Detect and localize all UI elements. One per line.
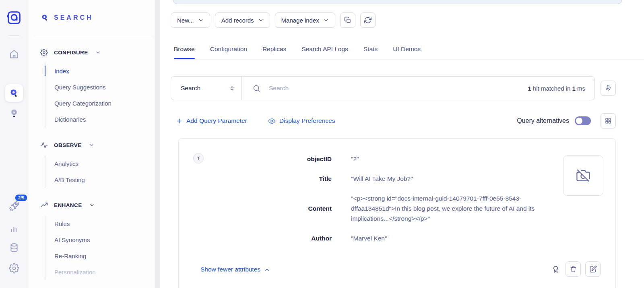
sidebar-item-label: Query Categorization	[54, 100, 111, 107]
sidebar-item-ai-synonyms[interactable]: AI Synonyms	[45, 232, 151, 248]
index-selector-partial[interactable]	[173, 0, 622, 4]
attribute-row: Title "Will AI Take My Job?"	[179, 174, 559, 184]
main-content: New... Add records Manage index Browse C…	[160, 0, 644, 288]
search-bar: Search 1 hit matched in 1 ms	[171, 76, 595, 100]
sidebar-item-label: Rules	[54, 220, 70, 227]
section-enhance[interactable]: ENHANCE	[40, 201, 95, 209]
attribute-value: "<p><strong id="docs-internal-guid-14079…	[351, 193, 559, 224]
copy-button[interactable]	[340, 12, 355, 28]
trending-up-icon	[40, 201, 48, 209]
chevron-down-icon	[89, 202, 95, 208]
home-icon	[8, 49, 19, 60]
add-query-parameter-label: Add Query Parameter	[186, 117, 247, 124]
section-enhance-label: ENHANCE	[54, 202, 82, 208]
rail-item-recommend[interactable]	[8, 108, 20, 119]
show-fewer-attributes-link[interactable]: Show fewer attributes	[200, 266, 270, 273]
sidebar-item-label: Dictionaries	[54, 116, 86, 123]
sidebar-gutter	[155, 0, 160, 288]
sidebar-item-personalization[interactable]: Personalization	[45, 264, 151, 280]
manage-index-button[interactable]: Manage index	[275, 12, 335, 28]
hits-status: 1 hit matched in 1 ms	[528, 85, 585, 92]
sidebar-item-index[interactable]: Index	[45, 63, 151, 79]
trash-icon	[570, 265, 577, 273]
chevron-up-icon	[264, 267, 270, 273]
add-records-button[interactable]: Add records	[215, 12, 270, 28]
section-configure[interactable]: CONFIGURE	[40, 49, 101, 56]
sidebar-item-label: Index	[54, 68, 69, 75]
edit-record-button[interactable]	[585, 261, 601, 277]
sidebar: SEARCH CONFIGURE Index Query Suggestions…	[28, 0, 154, 288]
delete-record-button[interactable]	[566, 261, 581, 277]
grid-view-button[interactable]	[601, 113, 616, 128]
attribute-name: Author	[179, 234, 332, 242]
rail-item-settings[interactable]	[9, 263, 19, 273]
rail-item-analytics[interactable]	[8, 223, 19, 234]
image-placeholder	[563, 155, 603, 196]
hits-time: 1	[572, 85, 575, 92]
index-tabs: Browse Configuration Replicas Search API…	[174, 39, 644, 60]
rail-item-data[interactable]	[9, 242, 19, 253]
sidebar-item-query-suggestions[interactable]: Query Suggestions	[45, 79, 151, 95]
tab-label: Stats	[363, 46, 378, 53]
new-button[interactable]: New...	[171, 12, 210, 28]
hits-text: hit matched in	[531, 85, 572, 92]
sidebar-item-re-ranking[interactable]: Re-Ranking	[45, 248, 151, 264]
index-toolbar: New... Add records Manage index	[171, 12, 376, 28]
tab-label: Replicas	[262, 46, 286, 53]
add-query-parameter-link[interactable]: Add Query Parameter	[176, 117, 247, 124]
configure-items: Index Query Suggestions Query Categoriza…	[45, 63, 151, 127]
rail-item-search-active[interactable]	[5, 84, 23, 102]
algolia-logo[interactable]	[6, 10, 22, 25]
rail-item-home[interactable]	[8, 49, 19, 60]
edit-icon	[589, 265, 597, 273]
attribute-name: objectID	[179, 155, 332, 163]
attribute-name: Title	[179, 174, 332, 183]
section-observe[interactable]: OBSERVE	[40, 141, 95, 149]
search-field: 1 hit matched in 1 ms	[242, 77, 594, 100]
tab-label: Search API Logs	[301, 46, 348, 53]
tab-label: Browse	[174, 46, 195, 53]
tab-search-api-logs[interactable]: Search API Logs	[301, 39, 348, 59]
sidebar-item-rules[interactable]: Rules	[45, 215, 151, 232]
observe-items: Analytics A/B Testing	[45, 155, 151, 188]
camera-off-icon	[576, 169, 590, 182]
tab-replicas[interactable]: Replicas	[262, 39, 286, 59]
search-brand-icon	[40, 13, 49, 22]
tab-stats[interactable]: Stats	[363, 39, 378, 59]
product-brand: SEARCH	[40, 13, 93, 22]
configure-gear-icon	[40, 49, 48, 56]
sidebar-item-ab-testing[interactable]: A/B Testing	[45, 172, 151, 188]
refresh-icon	[364, 17, 372, 24]
activity-icon	[40, 141, 48, 149]
chevrons-up-down-icon	[229, 85, 235, 92]
attribute-value: "Marvel Ken"	[351, 233, 387, 243]
search-input[interactable]	[268, 84, 520, 92]
sidebar-item-query-categorization[interactable]: Query Categorization	[45, 95, 151, 111]
attribute-row: objectID "2"	[179, 154, 559, 164]
usage-badge: 2/5	[14, 194, 28, 202]
sidebar-divider	[35, 36, 154, 36]
tab-browse[interactable]: Browse	[174, 39, 195, 59]
tab-configuration[interactable]: Configuration	[210, 39, 247, 59]
chevron-down-icon	[198, 17, 204, 23]
sidebar-item-label: Personalization	[54, 269, 96, 276]
refresh-button[interactable]	[360, 12, 376, 28]
sidebar-item-dictionaries[interactable]: Dictionaries	[45, 111, 151, 127]
hits-count: 1	[528, 85, 531, 92]
attribute-name: Content	[179, 204, 332, 213]
tab-label: Configuration	[210, 46, 247, 53]
manage-index-label: Manage index	[281, 17, 319, 24]
tab-ui-demos[interactable]: UI Demos	[393, 39, 421, 59]
search-mode-select[interactable]: Search	[171, 77, 242, 100]
sidebar-item-analytics[interactable]: Analytics	[45, 155, 151, 172]
attribute-value: "2"	[351, 154, 359, 164]
award-icon	[551, 265, 560, 273]
eye-icon	[268, 117, 276, 125]
voice-search-button[interactable]	[601, 81, 616, 96]
enhance-items: Rules AI Synonyms Re-Ranking Personaliza…	[45, 215, 151, 280]
tab-label: UI Demos	[393, 46, 421, 53]
display-preferences-link[interactable]: Display Preferences	[268, 117, 335, 125]
chevron-down-icon	[258, 17, 264, 23]
query-alternatives-toggle[interactable]	[575, 116, 591, 125]
promote-button[interactable]	[550, 261, 561, 277]
